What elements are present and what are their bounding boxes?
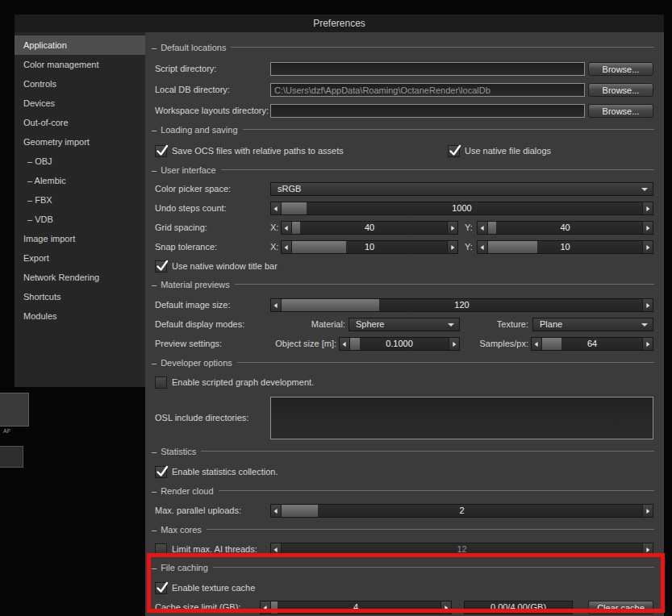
slider-increment-arrow-icon[interactable] xyxy=(642,202,653,214)
sidebar-item-network-rendering[interactable]: Network Rendering xyxy=(15,268,145,287)
enable-statistics-collection-label: Enable statistics collection. xyxy=(172,465,278,479)
color-picker-space-dropdown[interactable]: sRGB xyxy=(270,182,653,196)
checkmark-icon xyxy=(155,464,169,479)
sidebar-item-out-of-core[interactable]: Out-of-core xyxy=(15,113,145,132)
section-title: Render cloud xyxy=(161,486,213,496)
use-native-file-dialogs-label: Use native file dialogs xyxy=(465,144,551,158)
default-image-size-slider[interactable]: 120 xyxy=(270,298,653,312)
snap-tolerance-x-value: 10 xyxy=(292,241,447,253)
sidebar-item-modules[interactable]: Modules xyxy=(15,306,145,326)
local-db-directory-input[interactable] xyxy=(270,83,585,97)
sidebar-item-color-management[interactable]: Color management xyxy=(15,55,145,74)
snap-tolerance-y-label: Y: xyxy=(465,240,473,254)
slider-increment-arrow-icon[interactable] xyxy=(642,222,653,234)
sidebar-item-fbx[interactable]: – FBX xyxy=(15,190,145,210)
slider-track[interactable]: 1000 xyxy=(282,202,642,214)
sidebar-item-alembic[interactable]: – Alembic xyxy=(15,171,145,190)
undo-steps-slider[interactable]: 1000 xyxy=(270,202,653,215)
slider-increment-arrow-icon[interactable] xyxy=(447,241,457,253)
local-db-directory-browse-button[interactable]: Browse... xyxy=(588,83,653,97)
slider-decrement-arrow-icon[interactable] xyxy=(478,222,488,234)
background-node-label: AF xyxy=(3,428,10,434)
slider-increment-arrow-icon[interactable] xyxy=(642,338,653,350)
workspace-layouts-directory-input[interactable] xyxy=(270,104,585,118)
texture-mode-label: Texture: xyxy=(476,318,528,331)
script-directory-row: Script directory: Browse... xyxy=(145,62,664,76)
sidebar-item-controls[interactable]: Controls xyxy=(15,74,145,94)
sidebar: Application Color management Controls De… xyxy=(15,32,145,387)
samples-per-px-slider[interactable]: 64 xyxy=(531,337,653,351)
sidebar-item-image-import[interactable]: Image import xyxy=(15,229,145,248)
slider-track[interactable]: 10 xyxy=(488,241,642,253)
section-user-interface: User interface xyxy=(152,164,654,175)
snap-tolerance-y-slider[interactable]: 10 xyxy=(477,240,653,254)
osl-include-directories-input[interactable] xyxy=(270,397,653,439)
texture-display-mode-value: Plane xyxy=(540,318,562,331)
samples-per-px-label: Samples/px: xyxy=(468,337,528,351)
slider-increment-arrow-icon[interactable] xyxy=(447,222,457,234)
default-display-modes-label: Default display modes: xyxy=(155,318,244,331)
slider-decrement-arrow-icon[interactable] xyxy=(282,222,292,234)
sidebar-item-application[interactable]: Application xyxy=(15,35,145,55)
grid-spacing-x-slider[interactable]: 40 xyxy=(281,221,458,235)
workspace-layouts-browse-button[interactable]: Browse... xyxy=(588,104,653,118)
object-size-value: 0.1000 xyxy=(350,338,449,350)
grid-spacing-y-slider[interactable]: 40 xyxy=(477,221,653,235)
snap-tolerance-x-label: X: xyxy=(270,240,278,254)
enable-scripted-graph-checkbox[interactable] xyxy=(155,377,167,389)
slider-track[interactable]: 40 xyxy=(488,222,642,234)
script-directory-browse-button[interactable]: Browse... xyxy=(588,62,653,76)
slider-increment-arrow-icon[interactable] xyxy=(642,505,653,517)
workspace-layouts-directory-row: Workspace layouts directory: Browse... xyxy=(145,104,664,118)
default-image-size-value: 120 xyxy=(282,299,642,311)
snap-tolerance-y-value: 10 xyxy=(488,241,642,253)
native-title-bar-row: Use native window title bar xyxy=(145,260,664,273)
default-display-modes-row: Default display modes: Material: Sphere … xyxy=(145,318,664,331)
section-render-cloud: Render cloud xyxy=(152,485,654,496)
sidebar-item-devices[interactable]: Devices xyxy=(15,94,145,113)
section-title: User interface xyxy=(161,165,215,175)
slider-track[interactable]: 2 xyxy=(282,505,642,517)
slider-decrement-arrow-icon[interactable] xyxy=(271,202,282,214)
slider-decrement-arrow-icon[interactable] xyxy=(532,338,542,350)
material-display-mode-dropdown[interactable]: Sphere xyxy=(349,318,460,331)
sidebar-item-vdb[interactable]: – VDB xyxy=(15,210,145,229)
slider-track[interactable]: 40 xyxy=(292,222,447,234)
object-size-slider[interactable]: 0.1000 xyxy=(339,337,460,351)
max-parallel-uploads-slider[interactable]: 2 xyxy=(270,504,653,518)
preferences-content-panel: Default locations Script directory: Brow… xyxy=(145,32,664,616)
slider-increment-arrow-icon[interactable] xyxy=(642,241,653,253)
statistics-collection-row: Enable statistics collection. xyxy=(145,465,664,479)
slider-decrement-arrow-icon[interactable] xyxy=(271,299,282,311)
grid-spacing-y-label: Y: xyxy=(465,221,473,235)
save-ocs-relative-paths-checkbox[interactable] xyxy=(155,145,167,157)
snap-tolerance-row: Snap tolerance: X: 10 Y: xyxy=(145,240,664,254)
use-native-window-title-bar-checkbox[interactable] xyxy=(155,260,167,273)
slider-decrement-arrow-icon[interactable] xyxy=(282,241,292,253)
screen: Preferences Application Color management… xyxy=(0,0,672,616)
sidebar-item-obj[interactable]: – OBJ xyxy=(15,152,145,171)
slider-increment-arrow-icon[interactable] xyxy=(642,299,653,311)
snap-tolerance-x-slider[interactable]: 10 xyxy=(281,240,458,254)
slider-track[interactable]: 10 xyxy=(292,241,447,253)
slider-decrement-arrow-icon[interactable] xyxy=(478,241,488,253)
material-mode-label: Material: xyxy=(290,318,345,331)
sidebar-item-export[interactable]: Export xyxy=(15,248,145,268)
section-max-cores: Max cores xyxy=(152,524,654,535)
enable-statistics-collection-checkbox[interactable] xyxy=(155,466,167,478)
use-native-file-dialogs-checkbox[interactable] xyxy=(448,145,460,157)
checkmark-icon xyxy=(448,144,462,158)
dialog-title-bar[interactable]: Preferences xyxy=(15,15,664,32)
sidebar-item-geometry-import[interactable]: Geometry import xyxy=(15,132,145,152)
slider-decrement-arrow-icon[interactable] xyxy=(340,338,350,350)
script-directory-input[interactable] xyxy=(270,62,585,76)
slider-track[interactable]: 120 xyxy=(282,299,642,311)
slider-decrement-arrow-icon[interactable] xyxy=(271,505,282,517)
sidebar-item-shortcuts[interactable]: Shortcuts xyxy=(15,287,145,306)
max-parallel-uploads-value: 2 xyxy=(282,505,642,517)
texture-display-mode-dropdown[interactable]: Plane xyxy=(532,318,653,331)
checkmark-icon xyxy=(155,259,169,273)
slider-increment-arrow-icon[interactable] xyxy=(449,338,459,350)
slider-track[interactable]: 64 xyxy=(542,338,642,350)
slider-track[interactable]: 0.1000 xyxy=(350,338,449,350)
